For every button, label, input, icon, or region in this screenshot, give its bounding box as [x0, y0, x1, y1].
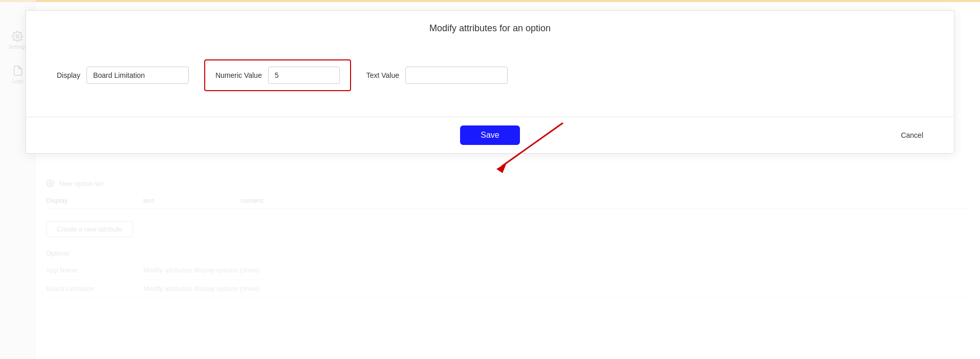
numeric-highlight-box: Numeric Value [204, 59, 351, 91]
numeric-label: Numeric Value [215, 71, 262, 79]
modal-footer: Save Cancel [26, 117, 954, 153]
text-value-input[interactable] [405, 67, 508, 84]
display-input[interactable] [86, 67, 189, 84]
modal-body: Display Numeric Value Text Value [26, 44, 954, 117]
numeric-input[interactable] [268, 67, 340, 84]
save-button[interactable]: Save [460, 125, 519, 145]
modal-title: Modify attributes for an option [26, 11, 954, 44]
text-value-field-group: Text Value [366, 67, 508, 84]
modal-dialog: Modify attributes for an option Display … [26, 10, 954, 154]
cancel-button[interactable]: Cancel [901, 131, 923, 139]
form-row: Display Numeric Value Text Value [57, 59, 923, 91]
display-label: Display [57, 71, 80, 79]
text-value-label: Text Value [366, 71, 399, 79]
display-field-group: Display [57, 67, 189, 84]
